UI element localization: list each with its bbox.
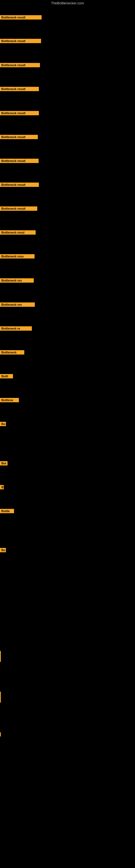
bottleneck-badge-10[interactable]: Bottleneck resul	[0, 230, 36, 236]
bottleneck-badge-19[interactable]: Bot	[0, 461, 8, 467]
bottleneck-badge-6[interactable]: Bottleneck result	[0, 135, 38, 140]
bottleneck-badge-3[interactable]: Bottleneck result	[0, 63, 40, 68]
bottleneck-badge-5[interactable]: Bottleneck result	[0, 111, 39, 116]
bottleneck-badge-11[interactable]: Bottleneck resu	[0, 254, 35, 259]
bar-line-2	[0, 692, 1, 703]
bottleneck-badge-15[interactable]: Bottleneck	[0, 350, 24, 355]
bottleneck-badge-13[interactable]: Bottleneck res	[0, 303, 35, 308]
bar-line-1	[0, 651, 1, 662]
site-title: TheBottlenecker.com	[0, 0, 135, 6]
bottleneck-badge-8[interactable]: Bottleneck result	[0, 183, 39, 188]
bottleneck-badge-12[interactable]: Bottleneck res	[0, 278, 34, 284]
bottleneck-badge-14[interactable]: Bottleneck re	[0, 326, 32, 332]
bottleneck-badge-21[interactable]: Bottle	[0, 509, 14, 514]
bottleneck-badge-4[interactable]: Bottleneck result	[0, 87, 39, 92]
bottleneck-badge-22[interactable]: Bo	[0, 548, 6, 553]
bottleneck-badge-17[interactable]: Bottlene	[0, 398, 19, 403]
bottleneck-badge-9[interactable]: Bottleneck result	[0, 207, 37, 212]
bottleneck-badge-1[interactable]: Bottleneck result	[0, 15, 42, 21]
bottleneck-badge-16[interactable]: Bottl	[0, 374, 13, 379]
bottleneck-badge-18[interactable]: Bo	[0, 422, 6, 427]
bottleneck-badge-2[interactable]: Bottleneck result	[0, 39, 41, 44]
bottleneck-badge-20[interactable]: B	[0, 485, 4, 490]
bottleneck-badge-7[interactable]: Bottleneck result	[0, 159, 39, 164]
bar-line-3	[0, 733, 1, 737]
